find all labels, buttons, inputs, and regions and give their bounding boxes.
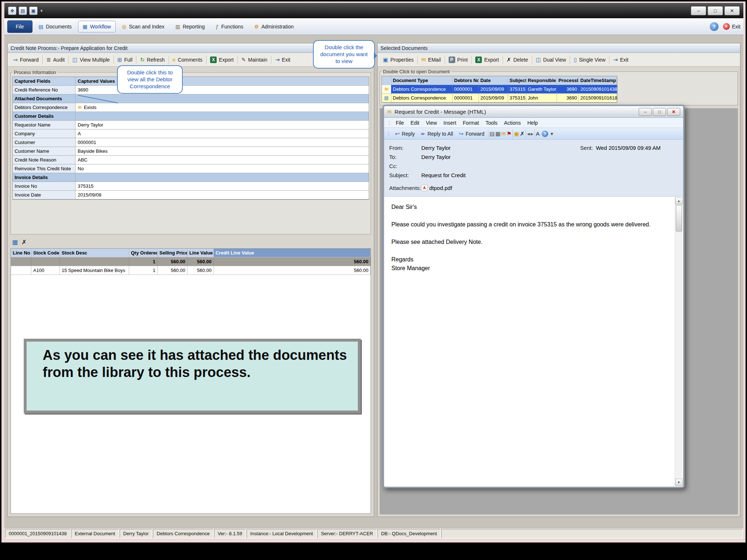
- forward-mail-button[interactable]: ↪ Forward: [456, 129, 487, 139]
- tab-functions[interactable]: ƒ Functions: [211, 21, 248, 32]
- stock-data-row[interactable]: A100 15 Speed Mountain Bike Boys 1 560.0…: [11, 266, 371, 275]
- email-close-button[interactable]: ✕: [667, 108, 680, 116]
- maximize-button[interactable]: □: [708, 6, 723, 15]
- reply-button[interactable]: ↩ Reply: [392, 129, 417, 139]
- attachment-chip[interactable]: A dtpod.pdf: [421, 185, 452, 191]
- print-button[interactable]: P Print: [445, 55, 471, 65]
- move-to-folder-icon[interactable]: ✉: [501, 131, 506, 137]
- folder-icon[interactable]: ▣: [514, 131, 519, 137]
- print-message-icon[interactable]: ▤: [489, 131, 495, 137]
- ribbon-exit-button[interactable]: ✕ Exit: [723, 23, 740, 30]
- field-row-credit-reference[interactable]: Credit Reference No 3690: [13, 86, 369, 94]
- refresh-button[interactable]: ↻ Refresh: [137, 55, 168, 65]
- field-row-invoice-date[interactable]: Invoice Date 2015/09/08: [13, 191, 369, 199]
- properties-button[interactable]: ▣ Properties: [380, 55, 417, 65]
- debtors-correspondence-exists-cell[interactable]: ✉ Exists: [76, 103, 369, 112]
- print-label: Print: [457, 57, 468, 63]
- menu-insert[interactable]: Insert: [440, 118, 460, 127]
- column-responsible[interactable]: Responsible: [526, 76, 557, 85]
- quick-access-dropdown-icon[interactable]: ▾: [40, 8, 43, 13]
- forward-button[interactable]: ⇒ Forward: [10, 55, 42, 65]
- menu-tools[interactable]: Tools: [482, 118, 501, 127]
- field-row-customer-name[interactable]: Customer Name Bayside Bikes: [13, 147, 369, 156]
- stock-delete-icon[interactable]: ✗: [22, 238, 27, 246]
- scrollbar-thumb[interactable]: [676, 205, 682, 232]
- column-credit-line-value[interactable]: Credit Line Value: [214, 249, 371, 257]
- field-row-credit-note-reason[interactable]: Credit Note Reason ABC: [13, 156, 369, 164]
- email-button[interactable]: ✉ EMail: [418, 55, 444, 65]
- tab-workflow[interactable]: ▦ Workflow: [78, 21, 116, 32]
- document-row-selected[interactable]: ✉ Debtors Correspondence 0000001 2015/09…: [382, 85, 617, 94]
- email-help-icon[interactable]: ?: [542, 131, 548, 137]
- column-date[interactable]: Date: [479, 76, 508, 85]
- column-line-value[interactable]: Line Value: [187, 249, 214, 257]
- view-multiple-button[interactable]: ◫ View Multiple: [69, 55, 113, 65]
- attachments-label: Attachments:: [389, 185, 421, 191]
- full-button[interactable]: ⊞ Full: [114, 55, 136, 65]
- delete-label: Delete: [513, 57, 528, 63]
- maintain-label: Maintain: [248, 57, 267, 63]
- menu-actions[interactable]: Actions: [501, 118, 524, 127]
- scroll-up-icon[interactable]: ▲: [675, 197, 683, 205]
- menu-view[interactable]: View: [423, 118, 440, 127]
- column-date-time-stamp[interactable]: DateTimeStamp: [579, 76, 618, 85]
- column-qty-ordered[interactable]: Qty Ordered: [129, 249, 158, 257]
- close-button[interactable]: ✕: [724, 6, 740, 15]
- column-process-id[interactable]: ProcessId: [557, 76, 579, 85]
- export-documents-button[interactable]: X Export: [472, 55, 502, 65]
- email-scrollbar[interactable]: ▲ ▼: [675, 197, 682, 486]
- next-item-icon[interactable]: ▸: [531, 131, 534, 137]
- menu-format[interactable]: Format: [460, 118, 482, 127]
- comments-button[interactable]: ≡ Comments: [169, 55, 206, 65]
- documents-exit-button[interactable]: ⇥ Exit: [610, 55, 632, 65]
- single-view-button[interactable]: ▯ Single View: [570, 55, 609, 65]
- menu-edit[interactable]: Edit: [407, 118, 423, 127]
- email-titlebar[interactable]: ✉ Request for Credit - Message (HTML) – …: [384, 106, 683, 118]
- reply-to-all-button[interactable]: ↞ Reply to All: [418, 129, 456, 139]
- column-debtors-no[interactable]: Debtors No: [453, 76, 479, 85]
- field-row-reinvoice[interactable]: Reinvoice This Credit Note No: [13, 164, 369, 173]
- column-stock-code[interactable]: Stock Code: [31, 249, 60, 257]
- document-row[interactable]: ▤ Debtors Correspondence 0000001 2015/09…: [382, 94, 617, 102]
- email-maximize-button[interactable]: □: [653, 108, 666, 116]
- new-document-icon[interactable]: ▤: [19, 7, 27, 15]
- menu-file[interactable]: File: [392, 118, 407, 127]
- column-document-type[interactable]: Document Type: [391, 76, 453, 85]
- column-stock-desc[interactable]: Stock Desc: [60, 249, 129, 257]
- tab-documents[interactable]: ▤ Documents: [34, 21, 77, 32]
- field-row-debtors-correspondence[interactable]: Debtors Correspondence ✉ Exists: [13, 103, 369, 112]
- exit-button[interactable]: ⇥ Exit: [272, 55, 294, 65]
- column-line-no[interactable]: Line No: [11, 249, 31, 257]
- export-button[interactable]: X Export: [207, 55, 237, 65]
- column-selling-price[interactable]: Selling Price: [158, 249, 187, 257]
- field-row-customer[interactable]: Customer 0000001: [13, 138, 369, 147]
- flag-icon[interactable]: ⚑: [507, 131, 511, 137]
- previous-item-icon[interactable]: ◂: [527, 131, 530, 137]
- tab-reporting[interactable]: ▥ Reporting: [171, 21, 210, 32]
- toolbar-options-icon[interactable]: ▾: [550, 131, 553, 137]
- copy-icon[interactable]: ▦: [495, 131, 500, 137]
- maintain-button[interactable]: ✎ Maintain: [238, 55, 271, 65]
- tab-file[interactable]: File: [7, 20, 32, 33]
- field-row-requestor-name[interactable]: Requestor Name Derry Taylor: [13, 121, 369, 129]
- stock-export-icon[interactable]: ▦: [12, 238, 18, 246]
- tab-scan-and-index[interactable]: ◎ Scan and Index: [117, 21, 169, 32]
- scroll-down-icon[interactable]: ▼: [675, 479, 683, 486]
- field-row-invoice-no[interactable]: Invoice No 375315: [13, 182, 369, 191]
- tab-documents-label: Documents: [46, 24, 72, 30]
- email-minimize-button[interactable]: –: [639, 108, 652, 116]
- field-value: Bayside Bikes: [76, 147, 369, 155]
- column-subject[interactable]: Subject: [508, 76, 526, 85]
- export-icon: X: [210, 57, 217, 63]
- font-size-icon[interactable]: A: [536, 131, 539, 137]
- dual-view-button[interactable]: ◫ Dual View: [533, 55, 569, 65]
- open-folder-icon[interactable]: ▣: [29, 7, 38, 15]
- tab-administration[interactable]: ⚙ Administration: [249, 21, 298, 32]
- menu-help[interactable]: Help: [524, 118, 541, 127]
- help-icon[interactable]: ?: [710, 22, 719, 31]
- audit-button[interactable]: ≣ Audit: [43, 55, 68, 65]
- delete-message-icon[interactable]: ✗: [520, 131, 525, 137]
- field-row-company[interactable]: Company A: [13, 129, 369, 138]
- delete-button[interactable]: ✗ Delete: [503, 55, 531, 65]
- minimize-button[interactable]: –: [691, 6, 706, 15]
